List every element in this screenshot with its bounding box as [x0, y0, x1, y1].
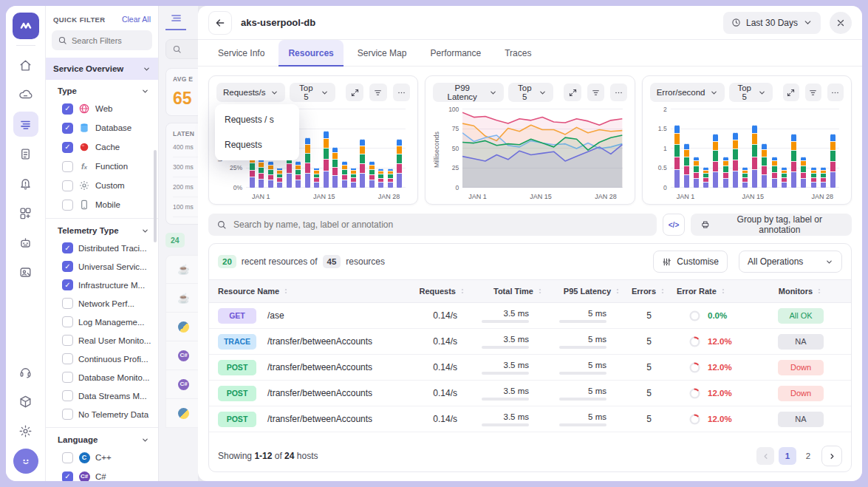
- filter-icon[interactable]: [369, 84, 387, 101]
- metric-select[interactable]: Error/second: [650, 83, 725, 102]
- checkbox[interactable]: [62, 390, 73, 401]
- user-avatar[interactable]: [13, 449, 38, 474]
- metric-select[interactable]: P99 Latency: [433, 83, 504, 102]
- filter-item-log-manageme[interactable]: Log Manageme...: [46, 313, 158, 331]
- filter-item-universal-servic[interactable]: ✓Universal Servic...: [46, 257, 158, 276]
- service-row[interactable]: ☕: [165, 284, 198, 313]
- column-header-monitors[interactable]: Monitors: [759, 287, 842, 296]
- operations-select[interactable]: All Operations: [739, 251, 842, 273]
- filter-item-network-perf[interactable]: Network Perf...: [46, 294, 158, 313]
- rail-item-infrastructure[interactable]: [13, 82, 38, 107]
- filter-icon[interactable]: [805, 84, 821, 101]
- checkbox[interactable]: ✓: [62, 123, 73, 134]
- close-button[interactable]: [830, 12, 852, 34]
- filter-item-mobile[interactable]: Mobile: [46, 195, 158, 214]
- checkbox[interactable]: [62, 452, 73, 463]
- filter-item-c[interactable]: CC++: [46, 448, 158, 467]
- filter-item-c[interactable]: ✓C#C#: [46, 467, 158, 481]
- checkbox[interactable]: [62, 372, 73, 383]
- rail-item-support[interactable]: [13, 359, 38, 384]
- checkbox[interactable]: [62, 409, 73, 420]
- checkbox[interactable]: ✓: [62, 471, 73, 482]
- filter-item-database[interactable]: ✓Database: [46, 118, 158, 137]
- filter-icon[interactable]: [587, 84, 604, 101]
- group-by-button[interactable]: Group by tag, label or annotation: [691, 214, 852, 236]
- sort-icon[interactable]: [816, 287, 823, 295]
- table-row[interactable]: POST /transfer/betweenAccounts 0.14/s 3.…: [209, 406, 851, 432]
- table-row[interactable]: POST /transfer/betweenAccounts 0.14/s 3.…: [209, 355, 851, 381]
- column-header-p95-latency[interactable]: P95 Latency: [544, 287, 621, 296]
- query-code-button[interactable]: </>: [663, 214, 685, 236]
- more-options-icon[interactable]: [393, 84, 411, 101]
- services-search[interactable]: [165, 39, 198, 59]
- topn-select[interactable]: Top 5: [729, 83, 773, 102]
- topn-select[interactable]: Top 5: [508, 83, 553, 102]
- filter-group-language[interactable]: Language: [46, 427, 158, 448]
- filter-item-data-streams-m[interactable]: Data Streams M...: [46, 386, 158, 405]
- checkbox[interactable]: [62, 316, 73, 327]
- filter-item-function[interactable]: fxFunction: [46, 157, 158, 176]
- expand-icon[interactable]: [564, 84, 581, 101]
- page-button-1[interactable]: 1: [779, 447, 796, 465]
- filter-item-no-telemetry-data[interactable]: No Telemetry Data: [46, 405, 158, 423]
- section-service-overview[interactable]: Service Overview: [46, 58, 158, 80]
- tab-traces[interactable]: Traces: [495, 40, 541, 66]
- service-row[interactable]: ☕: [165, 255, 198, 284]
- column-header-errors[interactable]: Errors: [621, 287, 677, 296]
- rail-item-integrations[interactable]: [13, 389, 38, 414]
- prev-page-button[interactable]: [756, 447, 774, 465]
- rail-item-alerts[interactable]: [13, 171, 38, 196]
- filter-scrollbar[interactable]: [154, 150, 157, 242]
- tab-resources[interactable]: Resources: [278, 40, 343, 66]
- back-button[interactable]: [208, 11, 232, 35]
- dropdown-option-requests-s[interactable]: Requests / s: [215, 107, 299, 132]
- sort-icon[interactable]: [614, 287, 621, 295]
- checkbox[interactable]: ✓: [62, 142, 73, 153]
- rail-item-settings[interactable]: [13, 418, 38, 443]
- sort-icon[interactable]: [720, 287, 727, 295]
- clear-all-button[interactable]: Clear All: [122, 15, 151, 24]
- checkbox[interactable]: [62, 180, 73, 191]
- column-header-error-rate[interactable]: Error Rate: [677, 287, 759, 296]
- checkbox[interactable]: ✓: [62, 242, 73, 253]
- filter-item-database-monito[interactable]: Database Monito...: [46, 368, 158, 386]
- checkbox[interactable]: [62, 200, 73, 211]
- filter-item-distributed-traci[interactable]: ✓Distributed Traci...: [46, 239, 158, 257]
- checkbox[interactable]: [62, 353, 73, 364]
- checkbox[interactable]: ✓: [62, 261, 73, 272]
- services-list-tab[interactable]: [165, 12, 186, 30]
- filter-search-input[interactable]: [72, 36, 146, 45]
- rail-item-dashboard-add[interactable]: [13, 200, 38, 225]
- filter-item-real-user-monito[interactable]: Real User Monito...: [46, 331, 158, 350]
- metric-select[interactable]: Requests/s: [216, 83, 285, 102]
- checkbox[interactable]: ✓: [62, 279, 73, 290]
- filter-group-telemetry-type[interactable]: Telemetry Type: [46, 218, 158, 239]
- column-header-total-time[interactable]: Total Time: [466, 287, 544, 296]
- page-button-2[interactable]: 2: [799, 447, 817, 465]
- filter-search[interactable]: [52, 30, 152, 50]
- filter-item-cache[interactable]: ✓Cache: [46, 137, 158, 157]
- resource-search[interactable]: [208, 214, 657, 236]
- filter-group-type[interactable]: Type: [46, 80, 158, 99]
- column-header-requests[interactable]: Requests: [403, 287, 466, 296]
- service-row[interactable]: C#: [165, 370, 198, 399]
- customise-button[interactable]: Customise: [653, 251, 728, 273]
- filter-item-continuous-profi[interactable]: Continuous Profi...: [46, 350, 158, 368]
- next-page-button[interactable]: [821, 446, 842, 466]
- tab-service-map[interactable]: Service Map: [348, 40, 417, 66]
- sort-icon[interactable]: [282, 287, 290, 295]
- topn-select[interactable]: Top 5: [290, 83, 336, 102]
- filter-item-infrastructure-m[interactable]: ✓Infrastructure M...: [46, 276, 158, 294]
- service-row[interactable]: C#: [165, 341, 198, 370]
- table-row[interactable]: TRACE /transfer/betweenAccounts 0.14/s 3…: [209, 329, 851, 355]
- dropdown-option-requests[interactable]: Requests: [215, 132, 299, 157]
- rail-item-synthetic-monitoring[interactable]: [13, 259, 38, 285]
- time-range-select[interactable]: Last 30 Days: [723, 12, 821, 34]
- resource-search-input[interactable]: [233, 219, 649, 230]
- filter-item-web[interactable]: ✓Web: [46, 99, 158, 118]
- checkbox[interactable]: ✓: [62, 103, 73, 115]
- service-row[interactable]: [165, 313, 198, 341]
- column-header-resource-name[interactable]: Resource Name: [218, 287, 403, 296]
- rail-item-logs[interactable]: [13, 141, 38, 166]
- sort-icon[interactable]: [459, 287, 466, 295]
